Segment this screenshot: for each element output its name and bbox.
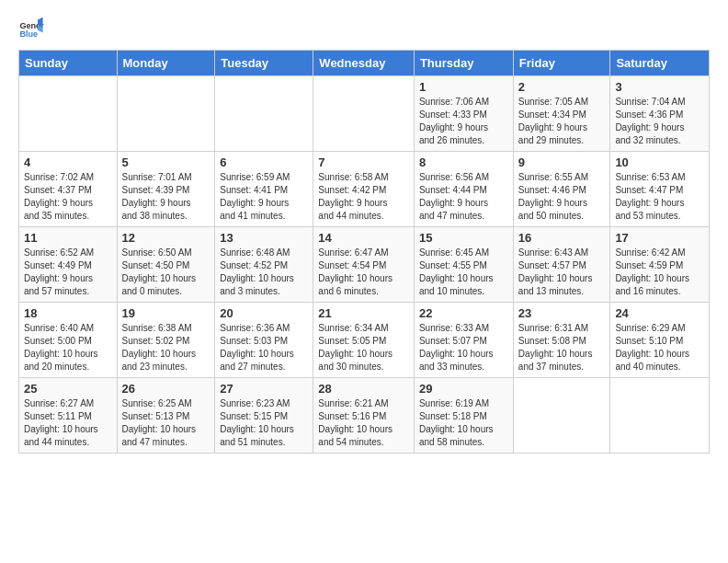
col-header-sunday: Sunday <box>19 51 118 76</box>
day-number: 5 <box>122 155 210 169</box>
day-number: 15 <box>419 231 508 245</box>
day-number: 1 <box>419 80 508 94</box>
day-number: 22 <box>419 306 508 320</box>
day-number: 13 <box>220 231 308 245</box>
day-info: Sunrise: 6:36 AM Sunset: 5:03 PM Dayligh… <box>220 322 308 373</box>
day-cell: 12Sunrise: 6:50 AM Sunset: 4:50 PM Dayli… <box>117 227 215 303</box>
day-cell <box>313 76 415 152</box>
day-info: Sunrise: 6:45 AM Sunset: 4:55 PM Dayligh… <box>419 247 508 298</box>
day-cell: 15Sunrise: 6:45 AM Sunset: 4:55 PM Dayli… <box>414 227 513 303</box>
day-cell: 7Sunrise: 6:58 AM Sunset: 4:42 PM Daylig… <box>313 152 415 227</box>
day-info: Sunrise: 7:02 AM Sunset: 4:37 PM Dayligh… <box>24 171 112 223</box>
day-cell <box>215 76 313 152</box>
logo-icon: General Blue <box>18 15 44 40</box>
col-header-friday: Friday <box>513 51 610 76</box>
day-info: Sunrise: 7:05 AM Sunset: 4:34 PM Dayligh… <box>518 96 606 147</box>
col-header-tuesday: Tuesday <box>215 51 313 76</box>
day-info: Sunrise: 6:55 AM Sunset: 4:46 PM Dayligh… <box>518 171 606 223</box>
day-number: 2 <box>518 80 606 94</box>
col-header-thursday: Thursday <box>414 51 513 76</box>
day-cell: 13Sunrise: 6:48 AM Sunset: 4:52 PM Dayli… <box>215 227 313 303</box>
day-number: 12 <box>122 231 210 245</box>
day-number: 6 <box>220 155 308 169</box>
week-row-0: 1Sunrise: 7:06 AM Sunset: 4:33 PM Daylig… <box>19 76 710 152</box>
day-cell: 8Sunrise: 6:56 AM Sunset: 4:44 PM Daylig… <box>414 152 513 227</box>
day-info: Sunrise: 6:47 AM Sunset: 4:54 PM Dayligh… <box>318 247 409 298</box>
day-info: Sunrise: 7:06 AM Sunset: 4:33 PM Dayligh… <box>419 96 508 147</box>
day-number: 18 <box>24 306 112 320</box>
day-info: Sunrise: 6:50 AM Sunset: 4:50 PM Dayligh… <box>122 247 210 298</box>
day-number: 28 <box>318 382 409 396</box>
day-cell: 18Sunrise: 6:40 AM Sunset: 5:00 PM Dayli… <box>19 303 118 378</box>
day-cell: 29Sunrise: 6:19 AM Sunset: 5:18 PM Dayli… <box>414 378 513 454</box>
day-info: Sunrise: 6:53 AM Sunset: 4:47 PM Dayligh… <box>615 171 704 223</box>
day-info: Sunrise: 6:42 AM Sunset: 4:59 PM Dayligh… <box>615 247 704 298</box>
day-cell: 11Sunrise: 6:52 AM Sunset: 4:49 PM Dayli… <box>19 227 118 303</box>
day-cell: 23Sunrise: 6:31 AM Sunset: 5:08 PM Dayli… <box>513 303 610 378</box>
day-info: Sunrise: 6:19 AM Sunset: 5:18 PM Dayligh… <box>419 397 508 449</box>
week-row-2: 11Sunrise: 6:52 AM Sunset: 4:49 PM Dayli… <box>19 227 710 303</box>
day-number: 3 <box>615 80 704 94</box>
day-info: Sunrise: 7:01 AM Sunset: 4:39 PM Dayligh… <box>122 171 210 223</box>
day-info: Sunrise: 6:56 AM Sunset: 4:44 PM Dayligh… <box>419 171 508 223</box>
day-cell: 26Sunrise: 6:25 AM Sunset: 5:13 PM Dayli… <box>117 378 215 454</box>
day-cell: 2Sunrise: 7:05 AM Sunset: 4:34 PM Daylig… <box>513 76 610 152</box>
day-number: 10 <box>615 155 704 169</box>
day-cell <box>19 76 118 152</box>
day-info: Sunrise: 6:34 AM Sunset: 5:05 PM Dayligh… <box>318 322 409 373</box>
day-cell: 14Sunrise: 6:47 AM Sunset: 4:54 PM Dayli… <box>313 227 415 303</box>
day-cell: 28Sunrise: 6:21 AM Sunset: 5:16 PM Dayli… <box>313 378 415 454</box>
day-cell: 17Sunrise: 6:42 AM Sunset: 4:59 PM Dayli… <box>610 227 710 303</box>
day-number: 29 <box>419 382 508 396</box>
day-cell: 1Sunrise: 7:06 AM Sunset: 4:33 PM Daylig… <box>414 76 513 152</box>
page-header: General Blue <box>18 15 710 40</box>
day-number: 7 <box>318 155 409 169</box>
week-row-4: 25Sunrise: 6:27 AM Sunset: 5:11 PM Dayli… <box>19 378 710 454</box>
day-cell: 20Sunrise: 6:36 AM Sunset: 5:03 PM Dayli… <box>215 303 313 378</box>
day-cell: 16Sunrise: 6:43 AM Sunset: 4:57 PM Dayli… <box>513 227 610 303</box>
day-cell: 24Sunrise: 6:29 AM Sunset: 5:10 PM Dayli… <box>610 303 710 378</box>
day-info: Sunrise: 6:29 AM Sunset: 5:10 PM Dayligh… <box>615 322 704 373</box>
day-info: Sunrise: 6:43 AM Sunset: 4:57 PM Dayligh… <box>518 247 606 298</box>
day-number: 23 <box>518 306 606 320</box>
day-number: 27 <box>220 382 308 396</box>
day-info: Sunrise: 6:31 AM Sunset: 5:08 PM Dayligh… <box>518 322 606 373</box>
calendar-header-row: SundayMondayTuesdayWednesdayThursdayFrid… <box>19 51 710 76</box>
day-number: 25 <box>24 382 112 396</box>
day-info: Sunrise: 6:27 AM Sunset: 5:11 PM Dayligh… <box>24 397 112 449</box>
day-number: 24 <box>615 306 704 320</box>
col-header-monday: Monday <box>117 51 215 76</box>
day-number: 14 <box>318 231 409 245</box>
day-cell: 25Sunrise: 6:27 AM Sunset: 5:11 PM Dayli… <box>19 378 118 454</box>
day-cell: 21Sunrise: 6:34 AM Sunset: 5:05 PM Dayli… <box>313 303 415 378</box>
day-number: 20 <box>220 306 308 320</box>
day-info: Sunrise: 6:38 AM Sunset: 5:02 PM Dayligh… <box>122 322 210 373</box>
day-cell <box>117 76 215 152</box>
day-cell: 27Sunrise: 6:23 AM Sunset: 5:15 PM Dayli… <box>215 378 313 454</box>
day-info: Sunrise: 6:48 AM Sunset: 4:52 PM Dayligh… <box>220 247 308 298</box>
day-info: Sunrise: 6:59 AM Sunset: 4:41 PM Dayligh… <box>220 171 308 223</box>
day-info: Sunrise: 6:25 AM Sunset: 5:13 PM Dayligh… <box>122 397 210 449</box>
day-number: 16 <box>518 231 606 245</box>
day-info: Sunrise: 6:33 AM Sunset: 5:07 PM Dayligh… <box>419 322 508 373</box>
day-number: 9 <box>518 155 606 169</box>
day-number: 11 <box>24 231 112 245</box>
day-cell: 4Sunrise: 7:02 AM Sunset: 4:37 PM Daylig… <box>19 152 118 227</box>
day-info: Sunrise: 6:21 AM Sunset: 5:16 PM Dayligh… <box>318 397 409 449</box>
day-info: Sunrise: 6:52 AM Sunset: 4:49 PM Dayligh… <box>24 247 112 298</box>
day-number: 21 <box>318 306 409 320</box>
day-info: Sunrise: 6:58 AM Sunset: 4:42 PM Dayligh… <box>318 171 409 223</box>
day-number: 4 <box>24 155 112 169</box>
logo: General Blue <box>18 15 44 40</box>
week-row-3: 18Sunrise: 6:40 AM Sunset: 5:00 PM Dayli… <box>19 303 710 378</box>
day-cell: 9Sunrise: 6:55 AM Sunset: 4:46 PM Daylig… <box>513 152 610 227</box>
day-cell: 6Sunrise: 6:59 AM Sunset: 4:41 PM Daylig… <box>215 152 313 227</box>
day-info: Sunrise: 6:23 AM Sunset: 5:15 PM Dayligh… <box>220 397 308 449</box>
day-number: 19 <box>122 306 210 320</box>
day-cell: 19Sunrise: 6:38 AM Sunset: 5:02 PM Dayli… <box>117 303 215 378</box>
day-number: 26 <box>122 382 210 396</box>
svg-text:Blue: Blue <box>19 29 38 39</box>
day-cell: 5Sunrise: 7:01 AM Sunset: 4:39 PM Daylig… <box>117 152 215 227</box>
calendar-table: SundayMondayTuesdayWednesdayThursdayFrid… <box>18 50 710 454</box>
day-number: 8 <box>419 155 508 169</box>
